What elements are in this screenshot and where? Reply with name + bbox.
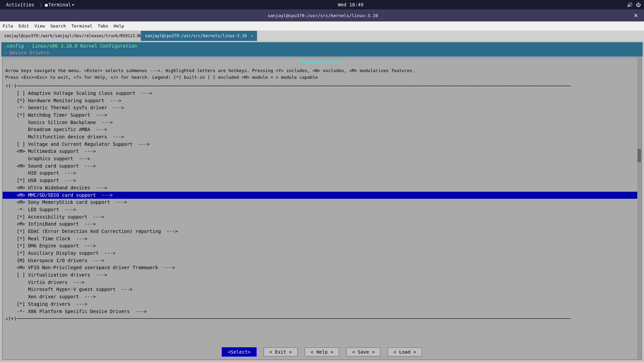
menu-bar: File Edit View Search Terminal Tabs Help [0,21,644,31]
tab-2-label: sanjayl@cpu379:/usr/src/kernels/linux-3.… [145,34,247,38]
config-box: Device Drivers Arrow keys navigate the m… [2,57,642,360]
load-button[interactable]: < Load > [387,347,422,357]
close-button[interactable]: ✕ [632,12,640,19]
menu-line-23[interactable]: [*] Auxiliary Display support ---> [3,250,641,257]
scrollbar-thumb[interactable] [638,149,641,162]
menu-line-24[interactable]: {M} Userspace I/O drivers ---> [3,257,641,264]
menu-line-27[interactable]: Virtio drivers ---> [3,279,641,286]
menu-search[interactable]: Search [50,23,66,28]
terminal-window: sanjayl@cpu379:/usr/src/kernels/linux-3.… [0,9,644,362]
system-bar: Activities | ■ Terminal ▾ Wed 18:49 🔊 ⏻ [0,0,644,9]
menu-line-5[interactable]: Sonics Silicon Backplane ---> [3,119,641,126]
save-button[interactable]: < Save > [346,347,381,357]
menu-line-29[interactable]: Xen driver support ---> [3,293,641,301]
help-button[interactable]: < Help > [305,347,339,357]
config-section-title: Device Drivers [3,58,641,66]
menu-tabs[interactable]: Tabs [98,23,108,28]
tab-1[interactable]: sanjayl@cpu379:/work/sanjayl/dev/release… [0,31,141,41]
menu-line-1[interactable]: [ ] Adaptive Voltage Scaling class suppo… [3,90,641,97]
menu-list: ↑(-)────────────────────────────────────… [3,82,641,345]
help-text: Arrow keys navigate the menu. <Enter> se… [3,66,641,82]
menu-line-17[interactable]: -*- LED Support ---> [3,206,641,214]
menu-line-20[interactable]: [*] EDAC (Error Detection And Correction… [3,228,641,235]
system-icons: 🔊 ⏻ [627,2,641,7]
menu-line-15[interactable]: <M> MMC/SD/SDIO card support ---> [3,192,641,199]
menu-view[interactable]: View [35,23,45,28]
menu-line-4[interactable]: [*] Watchdog Timer Support ---> [3,112,641,119]
scrollbar[interactable] [637,58,641,359]
menu-line-28[interactable]: Microsoft Hyper-V guest support ---> [3,286,641,293]
menu-line-21[interactable]: [*] Real Time Clock ---> [3,235,641,243]
volume-icon[interactable]: 🔊 [627,2,633,7]
menu-line-22[interactable]: [*] DMA Engine support ---> [3,242,641,250]
window-title: sanjayl@cpu379:/usr/src/kernels/linux-3.… [14,13,632,18]
terminal-content: .config - Linux/x86 3.10.0 Kernel Config… [0,41,644,362]
exit-button[interactable]: < Exit > [263,347,298,357]
select-button[interactable]: <Select> [222,347,256,357]
kernel-nav-path: → Device Drivers [4,50,640,56]
tab-1-label: sanjayl@cpu379:/work/sanjayl/dev/release… [4,34,141,38]
menu-line-31[interactable]: -*- X86 Platform Specific Device Drivers… [3,308,641,315]
kernel-config-title: .config - Linux/x86 3.10.0 Kernel Config… [4,43,640,50]
menu-line-2[interactable]: {*} Hardware Monitoring support ---> [3,97,641,105]
terminal-app-label[interactable]: ■ Terminal ▾ [45,2,74,7]
menu-line-13[interactable]: [*] USB support ---> [3,177,641,184]
title-bar: sanjayl@cpu379:/usr/src/kernels/linux-3.… [0,9,644,21]
tab-2[interactable]: sanjayl@cpu379:/usr/src/kernels/linux-3.… [141,31,257,41]
help-line-2: Press <Esc><Esc> to exit, <?> for Help, … [5,74,639,81]
menu-edit[interactable]: Edit [18,23,29,28]
menu-line-26[interactable]: [ ] Virtualization drivers ---> [3,272,641,279]
tab-bar: sanjayl@cpu379:/work/sanjayl/dev/release… [0,31,644,41]
tab-2-close[interactable]: ✕ [251,34,253,38]
menu-line-16[interactable]: <M> Sony MemoryStick card support ---> [3,199,641,206]
menu-line-25[interactable]: <M> VFIO Non-Privileged userspace driver… [3,264,641,272]
menu-line-8[interactable]: [ ] Voltage and Current Regulator Suppor… [3,141,641,148]
menu-line-12[interactable]: HID support ---> [3,170,641,177]
menu-line-18[interactable]: [*] Accessibility support ---> [3,214,641,221]
menu-line-30[interactable]: [*] Staging drivers ---> [3,301,641,308]
help-line-1: Arrow keys navigate the menu. <Enter> se… [5,67,639,74]
menu-terminal[interactable]: Terminal [71,23,93,28]
action-bar: <Select> < Exit > < Help > < Save > < Lo… [3,345,641,359]
menu-line-9[interactable]: <M> Multimedia support ---> [3,148,641,155]
menu-file[interactable]: File [3,23,13,28]
menu-line-14[interactable]: <M> Ultra Wideband devices ---> [3,184,641,192]
menu-line-32[interactable]: ↓(+)────────────────────────────────────… [3,315,641,322]
menu-help[interactable]: Help [114,23,124,28]
menu-line-19[interactable]: <M> InfiniBand support ---> [3,221,641,228]
menu-line-7[interactable]: Multifunction device drivers ---> [3,133,641,141]
activities-button[interactable]: Activities [3,2,37,7]
terminal-icon: ■ [45,2,48,7]
menu-line-0[interactable]: ↑(-)────────────────────────────────────… [3,82,641,90]
power-icon[interactable]: ⏻ [636,2,641,7]
menu-line-10[interactable]: Graphics support ---> [3,155,641,163]
menu-line-11[interactable]: <M> Sound card support ---> [3,163,641,170]
kernel-header: .config - Linux/x86 3.10.0 Kernel Config… [1,42,643,57]
clock: Wed 18:49 [338,2,363,7]
menu-line-6[interactable]: Broadcom specific AMBA ---> [3,126,641,133]
menu-line-3[interactable]: -*- Generic Thermal sysfs driver ---> [3,104,641,112]
